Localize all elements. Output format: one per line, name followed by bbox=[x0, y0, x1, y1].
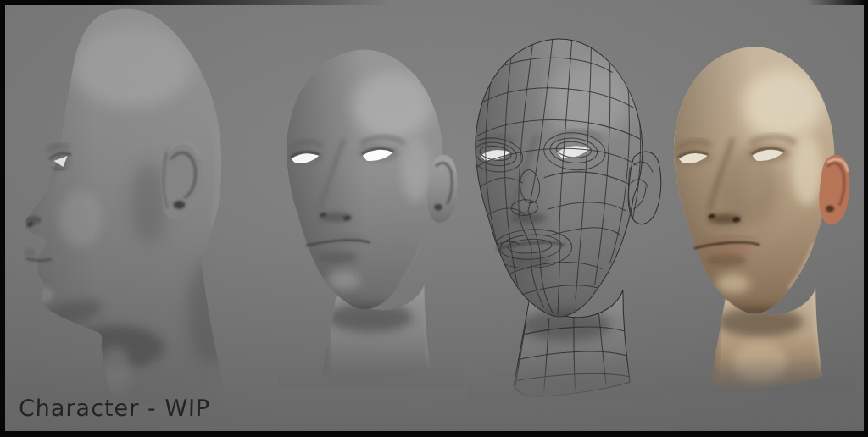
head-wireframe-three-quarter bbox=[465, 36, 665, 400]
frame-edge-left bbox=[0, 0, 5, 437]
ear bbox=[427, 155, 457, 223]
head-clay-three-quarter bbox=[278, 42, 463, 391]
neck-fade bbox=[665, 357, 855, 394]
head-clay-profile bbox=[12, 7, 222, 405]
frame-edge-top bbox=[0, 0, 868, 5]
ear-hole bbox=[434, 204, 442, 211]
caption: Character - WIP bbox=[19, 395, 211, 421]
ear bbox=[819, 155, 849, 224]
frame-edge-bottom bbox=[0, 431, 868, 437]
neck-fade bbox=[466, 362, 664, 400]
neck-fade bbox=[278, 351, 463, 387]
ear-hole bbox=[826, 206, 834, 213]
render-canvas: Character - WIP bbox=[0, 0, 868, 437]
frame-edge-right bbox=[864, 0, 868, 437]
head-textured-three-quarter bbox=[665, 38, 855, 399]
ear-hole bbox=[174, 201, 186, 209]
